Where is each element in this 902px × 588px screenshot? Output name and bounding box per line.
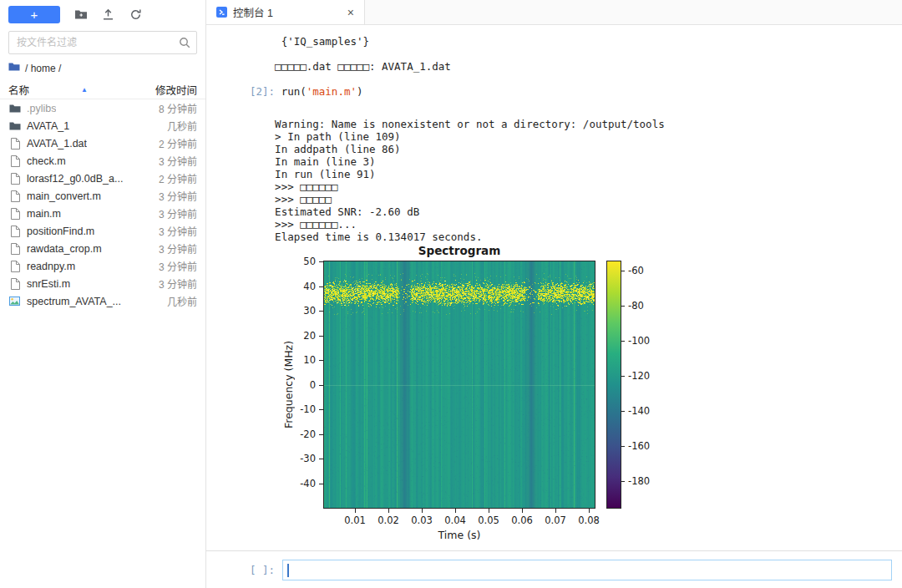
x-axis-label: Time (s) [323,529,595,541]
console-panel: 控制台 1 × {'IQ_samples'} □□□□□.dat □□□□□: … [206,0,902,588]
file-row[interactable]: .pylibs8 分钟前 [0,99,205,117]
file-row[interactable]: main.m3 分钟前 [0,205,205,222]
file-modified-time: 3 分钟前 [159,189,197,203]
file-name: spectrum_AVATA_... [27,296,121,307]
tab-label: 控制台 1 [233,4,273,20]
tab-console-1[interactable]: 控制台 1 × [206,0,365,24]
file-modified-time: 几秒前 [167,119,197,133]
prompt-label: [2]: [250,85,275,98]
file-icon [8,277,21,290]
colorbar-tick-mark [621,446,625,447]
file-name: .pylibs [27,103,56,114]
console-input[interactable] [283,560,891,580]
sort-ascending-icon[interactable]: ▲ [81,86,88,94]
console-output-line: In addpath (line 86) [250,143,895,155]
x-tick-mark [388,509,389,513]
y-axis-ticks: 50403020100-10-20-30-40 [295,261,323,509]
x-tick-mark [355,509,356,513]
x-tick-label: 0.02 [378,514,399,527]
code-text: run( [275,85,307,98]
file-row[interactable]: AVATA_1.dat2 分钟前 [0,134,205,152]
colorbar-tick-mark [621,271,625,271]
spectrogram-canvas [324,261,595,508]
figure-grid: Frequency (MHz) 50403020100-10-20-30-40 … [281,261,895,509]
spectrogram-plot: 0.010.020.030.040.050.060.070.08 [323,261,595,509]
file-row[interactable]: readnpy.m3 分钟前 [0,257,205,275]
file-row[interactable]: snrEsti.m3 分钟前 [0,275,205,292]
colorbar-tick-mark [621,411,625,412]
console-input-box [282,560,892,580]
console-prompt-2: [2]: run('main.m') [250,85,895,98]
console-icon [216,7,227,18]
console-output-line: >>> □□□□□ [250,193,895,205]
figure-title: Spectrogram [323,245,595,257]
colorbar-tick-mark [621,341,625,342]
y-tick-label: 20 [303,329,316,342]
file-name: positionFind.m [27,226,94,237]
file-icon [8,260,21,272]
upload-icon[interactable] [101,8,115,22]
file-list-header: 名称 ▲ 修改时间 [0,80,205,99]
file-row[interactable]: lorasf12_g0.0dB_a...2 分钟前 [0,170,205,187]
image-icon [8,295,21,307]
file-row[interactable]: main_convert.m3 分钟前 [0,187,205,205]
x-tick-mark [555,509,556,513]
colorbar-ticks: -60-80-100-120-140-160-180 [621,261,656,509]
search-icon[interactable] [179,37,190,52]
colorbar-tick-label: -120 [628,369,650,382]
x-tick-mark [522,509,523,513]
name-column-header[interactable]: 名称 [8,82,29,98]
add-button[interactable]: + [8,6,60,23]
y-tick-label: 50 [303,256,316,268]
y-tick-label: -30 [300,453,316,465]
x-tick-label: 0.05 [478,514,499,527]
home-folder-icon [8,62,20,74]
y-tick-label: 0 [310,378,316,391]
colorbar-tick-mark [621,376,625,377]
x-tick-mark [589,509,590,513]
new-folder-icon[interactable] [73,8,88,22]
file-row[interactable]: positionFind.m3 分钟前 [0,222,205,240]
file-sidebar: + / home / 名称 ▲ 修改时间 [0,0,206,588]
console-output-line: Warning: Name is nonexistent or not a di… [250,118,895,130]
file-name: AVATA_1.dat [27,138,87,150]
colorbar-tick-mark [621,306,625,307]
console-output-line: In main (line 3) [250,155,895,168]
search-input[interactable] [8,31,197,54]
y-axis-label: Frequency (MHz) [281,261,295,509]
y-tick-label: 10 [303,354,316,367]
refresh-icon[interactable] [129,8,143,22]
sidebar-toolbar: + [0,0,205,29]
x-tick-mark [422,509,423,513]
x-tick-mark [489,509,489,513]
file-modified-time: 2 分钟前 [159,136,197,150]
colorbar [606,261,621,509]
breadcrumb[interactable]: / home / [0,54,205,80]
app-window: + / home / 名称 ▲ 修改时间 [0,0,902,588]
file-row[interactable]: rawdata_crop.m3 分钟前 [0,240,205,257]
breadcrumb-path: / home / [25,63,61,74]
console-output-line: Elapsed time is 0.134017 seconds. [250,231,895,243]
file-icon [8,207,21,220]
colorbar-tick-label: -60 [628,264,644,276]
file-name: check.m [27,155,66,167]
code-text: ) [357,85,363,98]
y-tick-label: -20 [300,428,316,440]
input-prompt-label: [ ]: [250,564,275,576]
console-output-line: >>> □□□□□□ [250,180,895,193]
colorbar-tick-mark [621,481,625,482]
console-output-line: >>> □□□□□□... [250,218,895,231]
console-output-line: In run (line 91) [250,168,895,180]
file-name: main.m [27,208,61,220]
file-row[interactable]: spectrum_AVATA_...几秒前 [0,292,205,310]
file-icon [8,190,21,202]
colorbar-tick-label: -80 [628,299,644,312]
file-row[interactable]: check.m3 分钟前 [0,152,205,170]
time-column-header[interactable]: 修改时间 [155,82,197,98]
file-row[interactable]: AVATA_1几秒前 [0,117,205,134]
console-output-line: > In path (line 109) [250,130,895,143]
tab-close-icon[interactable]: × [347,7,354,18]
console-output-line: Estimated SNR: -2.60 dB [250,205,895,218]
file-name: rawdata_crop.m [27,243,102,255]
x-tick-label: 0.04 [444,514,466,527]
